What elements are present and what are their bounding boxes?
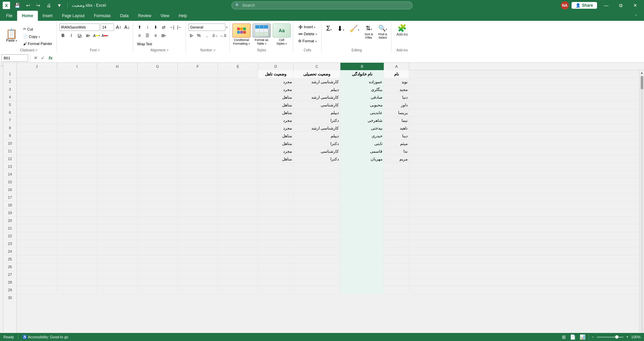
page-break-view-button[interactable]: 📊: [579, 334, 586, 340]
cell-i1[interactable]: [57, 70, 97, 78]
italic-button[interactable]: I: [68, 32, 75, 39]
format-painter-button[interactable]: 🖌Format Painter: [21, 41, 54, 47]
clear-button[interactable]: 🧹▾: [347, 23, 361, 34]
cell-j13[interactable]: [17, 163, 57, 170]
cell-i12[interactable]: [57, 155, 97, 163]
cell-e2[interactable]: [218, 78, 258, 86]
cell-j9[interactable]: [17, 132, 57, 140]
cell-f10[interactable]: [178, 140, 218, 147]
cell-b11[interactable]: قاسمی: [340, 147, 384, 155]
insert-cells-button[interactable]: ➕Insert ▾: [296, 23, 319, 30]
cell-f5[interactable]: [178, 101, 218, 109]
cell-c8[interactable]: کارشناسی ارشد: [293, 124, 340, 132]
cell-c7[interactable]: دکترا: [293, 116, 340, 124]
tab-data[interactable]: Data: [115, 11, 133, 21]
cell-f9[interactable]: [178, 132, 218, 140]
cell-j1[interactable]: [17, 70, 57, 78]
cell-j3[interactable]: [17, 86, 57, 93]
cell-e1[interactable]: [218, 70, 258, 78]
cell-d7[interactable]: مجرد: [258, 116, 293, 124]
row-num-20[interactable]: 20: [3, 217, 16, 225]
row-num-27[interactable]: 27: [3, 271, 16, 279]
col-header-h[interactable]: H: [97, 63, 138, 70]
increase-font-button[interactable]: A↑: [115, 23, 122, 31]
row-num-21[interactable]: 21: [3, 225, 16, 232]
decrease-decimal-button[interactable]: ←.0: [219, 32, 227, 39]
row-num-22[interactable]: 22: [3, 232, 16, 240]
row-num-29[interactable]: 29: [3, 286, 16, 294]
align-middle-button[interactable]: ↕: [144, 23, 151, 31]
text-direction-button[interactable]: ⇄: [160, 23, 167, 31]
row-num-16[interactable]: 16: [3, 186, 16, 194]
col-header-f[interactable]: F: [178, 63, 218, 70]
merge-button[interactable]: ⊞ ▾: [160, 32, 167, 39]
comma-button[interactable]: ,: [203, 32, 211, 39]
cell-c4[interactable]: کارشناسی ارشد: [293, 93, 340, 101]
row-num-2[interactable]: 2: [3, 78, 16, 86]
indent-decrease-button[interactable]: |←: [176, 23, 183, 31]
cell-f11[interactable]: [178, 147, 218, 155]
cell-f1[interactable]: [178, 70, 218, 78]
cell-b3[interactable]: بیگلری: [340, 86, 384, 93]
cell-f6[interactable]: [178, 109, 218, 116]
percent-button[interactable]: %: [195, 32, 203, 39]
tab-review[interactable]: Review: [133, 11, 156, 21]
cell-h3[interactable]: [97, 86, 138, 93]
cell-h10[interactable]: [97, 140, 138, 147]
row-num-12[interactable]: 12: [3, 155, 16, 163]
cell-d6[interactable]: متاهل: [258, 109, 293, 116]
cell-b5[interactable]: محبوبی: [340, 101, 384, 109]
scroll-track[interactable]: [641, 76, 643, 333]
cut-button[interactable]: ✂Cut: [21, 26, 54, 32]
tab-insert[interactable]: Insert: [38, 11, 57, 21]
col-header-e[interactable]: E: [218, 63, 258, 70]
zoom-slider[interactable]: [597, 337, 624, 338]
cell-h4[interactable]: [97, 93, 138, 101]
cell-f2[interactable]: [178, 78, 218, 86]
cell-h2[interactable]: [97, 78, 138, 86]
cell-g9[interactable]: [138, 132, 178, 140]
autosum-button[interactable]: Σ▾: [324, 23, 334, 34]
cell-a8[interactable]: ناهید: [384, 124, 409, 132]
cell-e10[interactable]: [218, 140, 258, 147]
font-color-button[interactable]: A ▾: [101, 32, 109, 39]
row-num-18[interactable]: 18: [3, 201, 16, 209]
cell-d11[interactable]: مجرد: [258, 147, 293, 155]
print-button[interactable]: 🖨: [45, 2, 53, 9]
font-size-input[interactable]: [101, 23, 114, 31]
row-num-9[interactable]: 9: [3, 132, 16, 140]
cell-h6[interactable]: [97, 109, 138, 116]
row-num-19[interactable]: 19: [3, 209, 16, 217]
align-center-button[interactable]: ☰: [144, 32, 151, 39]
cell-d8[interactable]: مجرد: [258, 124, 293, 132]
search-bar[interactable]: 🔍 Search: [231, 1, 413, 9]
number-format-dropdown[interactable]: ▾: [226, 26, 227, 29]
add-ins-button[interactable]: 🧩 Add-ins: [394, 23, 410, 37]
tab-page-layout[interactable]: Page Layout: [57, 11, 89, 21]
cell-g6[interactable]: [138, 109, 178, 116]
cell-e11[interactable]: [218, 147, 258, 155]
cell-h1[interactable]: [97, 70, 138, 78]
currency-button[interactable]: $▾: [189, 32, 195, 39]
zoom-in-button[interactable]: +: [626, 335, 629, 339]
cell-g5[interactable]: [138, 101, 178, 109]
cell-a3[interactable]: مجید: [384, 86, 409, 93]
cell-a2[interactable]: نوید: [384, 78, 409, 86]
tab-view[interactable]: View: [156, 11, 174, 21]
vertical-scrollbar[interactable]: ▲ ▼: [639, 70, 644, 339]
align-top-button[interactable]: ⬆: [136, 23, 143, 31]
cell-b12[interactable]: مهربان: [340, 155, 384, 163]
border-button[interactable]: ⊞ ▾: [85, 32, 92, 39]
cell-b1[interactable]: نام خانوادگی: [340, 70, 384, 78]
cell-h11[interactable]: [97, 147, 138, 155]
undo-button[interactable]: ↩: [24, 2, 32, 9]
row-num-26[interactable]: 26: [3, 263, 16, 271]
row-num-3[interactable]: 3: [3, 86, 16, 93]
cell-j10[interactable]: [17, 140, 57, 147]
cell-h9[interactable]: [97, 132, 138, 140]
cell-d10[interactable]: متاهل: [258, 140, 293, 147]
zoom-out-button[interactable]: −: [592, 335, 594, 339]
normal-view-button[interactable]: ⊞: [561, 334, 567, 340]
row-num-10[interactable]: 10: [3, 140, 16, 147]
tab-home[interactable]: Home: [17, 11, 38, 21]
